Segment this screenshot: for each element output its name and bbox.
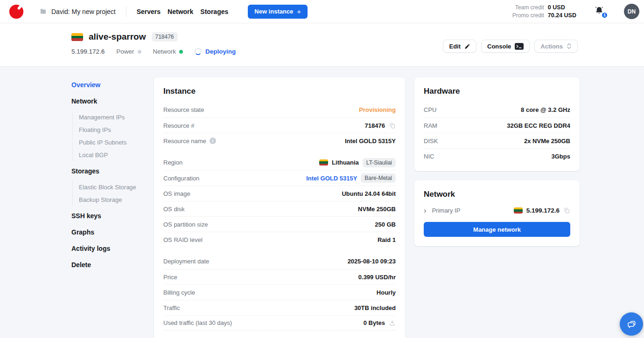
sidebar-network-subitems: Management IPs Floating IPs Public IP Su…: [72, 111, 145, 161]
traffic-label: Traffic: [163, 304, 180, 311]
sidebar-item-overview[interactable]: Overview: [71, 81, 145, 89]
sidebar-item-backup-storage[interactable]: Backup Storage: [79, 193, 145, 206]
ram-label: RAM: [424, 122, 437, 129]
terminal-icon: [515, 43, 524, 50]
lithuania-flag-icon: [71, 33, 83, 41]
sidebar: Overview Network Management IPs Floating…: [65, 77, 145, 277]
manage-network-button[interactable]: Manage network: [424, 222, 570, 237]
deploying-spinner-icon: [195, 48, 202, 55]
instance-card: Instance Resource state Provisioning Res…: [154, 77, 405, 338]
sidebar-item-delete[interactable]: Delete: [71, 261, 145, 269]
new-instance-label: New instance: [254, 8, 293, 15]
chat-icon: [626, 319, 637, 330]
network-status-dot: [179, 50, 183, 54]
instance-ip: 5.199.172.6: [71, 48, 105, 55]
nic-value: 3Gbps: [552, 153, 570, 160]
region-badge: LT-Siauliai: [363, 158, 396, 167]
download-traffic-button[interactable]: [389, 319, 396, 326]
resource-id-value: 718476: [365, 122, 385, 129]
primary-ip-row[interactable]: › Primary IP 5.199.172.6: [424, 207, 570, 214]
os-raid-level-label: OS RAID level: [163, 236, 203, 243]
power-status-dot: [138, 50, 141, 54]
row-region: Region Lithuania LT-Siauliai: [163, 155, 396, 170]
sidebar-item-public-ip-subnets[interactable]: Public IP Subnets: [79, 136, 145, 149]
used-traffic-value: 0 Bytes: [364, 319, 385, 326]
row-disk: DISK 2x NVMe 250GB: [424, 133, 570, 148]
actions-dropdown-button[interactable]: Actions: [534, 40, 578, 53]
sidebar-item-local-bgp[interactable]: Local BGP: [79, 149, 145, 161]
sidebar-item-elastic-block-storage[interactable]: Elastic Block Storage: [79, 181, 145, 193]
row-ram: RAM 32GB ECC REG DDR4: [424, 117, 570, 133]
cherry-logo-icon: [8, 4, 24, 20]
nic-label: NIC: [424, 153, 434, 160]
promo-credit-label: Promo credit: [512, 12, 544, 19]
disk-value: 2x NVMe 250GB: [524, 138, 570, 145]
instance-header: alive-sparrow 718476 5.199.172.6 Power N…: [0, 23, 644, 67]
resource-name-label: Resource name: [163, 138, 206, 145]
instance-id-badge: 718476: [152, 32, 178, 41]
copy-resource-id-button[interactable]: [389, 122, 396, 129]
notifications-button[interactable]: 1: [594, 6, 605, 18]
sidebar-item-network[interactable]: Network: [71, 97, 145, 105]
sidebar-item-activity-logs[interactable]: Activity logs: [71, 245, 145, 252]
price-label: Price: [163, 274, 177, 281]
chevron-up-down-icon: [567, 43, 572, 49]
billing-cycle-label: Billing cycle: [163, 289, 195, 296]
sidebar-item-floating-ips[interactable]: Floating IPs: [79, 124, 145, 136]
info-icon[interactable]: i: [210, 138, 216, 144]
billing-cycle-value: Hourly: [377, 289, 396, 296]
used-traffic-label: Used traffic (last 30 days): [163, 319, 232, 326]
pencil-icon: [464, 43, 470, 49]
sidebar-item-ssh-keys[interactable]: SSH keys: [71, 212, 145, 220]
row-resource-name: Resource name i Intel GOLD 5315Y: [163, 133, 396, 148]
ram-value: 32GB ECC REG DDR4: [507, 122, 570, 129]
sidebar-item-management-ips[interactable]: Management IPs: [79, 111, 145, 124]
os-image-label: OS image: [163, 190, 190, 197]
hardware-card: Hardware CPU 8 core @ 3.2 GHz RAM 32GB E…: [414, 77, 580, 171]
topbar-divider: [126, 6, 126, 17]
download-icon: [389, 319, 396, 326]
user-avatar[interactable]: DN: [624, 4, 639, 19]
edit-button[interactable]: Edit: [443, 40, 476, 53]
os-partition-size-label: OS partition size: [163, 221, 208, 228]
copy-icon: [563, 207, 570, 214]
brand-logo[interactable]: [8, 4, 24, 20]
configuration-link[interactable]: Intel GOLD 5315Y: [306, 175, 357, 182]
project-breadcrumb[interactable]: David: My new project: [39, 8, 116, 15]
configuration-badge: Bare-Metal: [361, 173, 396, 183]
resource-state-value: Provisioning: [359, 106, 396, 113]
nav-storages[interactable]: Storages: [200, 8, 228, 15]
nav-servers[interactable]: Servers: [137, 8, 161, 15]
row-os-partition-size: OS partition size 250 GB: [163, 216, 396, 232]
nav-network[interactable]: Network: [168, 8, 193, 15]
primary-ip-value: 5.199.172.6: [526, 207, 560, 214]
resource-state-label: Resource state: [163, 106, 204, 113]
row-cpu: CPU 8 core @ 3.2 GHz: [424, 102, 570, 117]
chevron-right-icon[interactable]: ›: [424, 207, 427, 214]
row-configuration: Configuration Intel GOLD 5315Y Bare-Meta…: [163, 170, 396, 186]
row-resource-id: Resource # 718476: [163, 117, 396, 133]
team-credit-value: 0 USD: [548, 4, 576, 11]
sidebar-storages-subitems: Elastic Block Storage Backup Storage: [72, 181, 145, 206]
sidebar-item-graphs[interactable]: Graphs: [71, 228, 145, 236]
row-used-traffic: Used traffic (last 30 days) 0 Bytes: [163, 315, 396, 331]
deploy-status: Deploying: [205, 48, 236, 55]
resource-name-value: Intel GOLD 5315Y: [345, 138, 396, 145]
support-chat-button[interactable]: [620, 312, 643, 336]
row-traffic: Traffic 30TB included: [163, 300, 396, 315]
network-card-title: Network: [424, 190, 570, 199]
power-label: Power: [116, 48, 134, 55]
row-os-raid-level: OS RAID level Raid 1: [163, 232, 396, 247]
copy-ip-button[interactable]: [563, 207, 570, 214]
network-card: Network › Primary IP 5.199.172.6 Manage …: [414, 180, 580, 246]
network-label: Network: [153, 48, 176, 55]
resource-id-label: Resource #: [163, 122, 194, 129]
price-value: 0.399 USD/hr: [358, 274, 396, 281]
row-price: Price 0.399 USD/hr: [163, 269, 396, 284]
new-instance-button[interactable]: New instance +: [248, 5, 308, 19]
console-button[interactable]: Console: [481, 40, 530, 53]
hardware-card-title: Hardware: [424, 87, 570, 96]
sidebar-item-storages[interactable]: Storages: [71, 167, 145, 175]
lithuania-flag-icon: [319, 159, 328, 166]
promo-credit-value: 70.24 USD: [548, 12, 576, 19]
